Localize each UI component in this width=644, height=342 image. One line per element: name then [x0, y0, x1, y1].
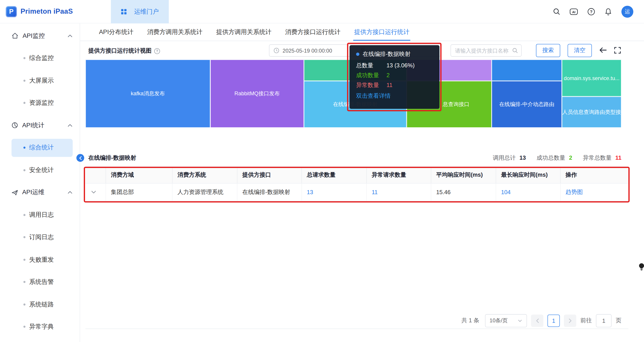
sidebar-item-label: 订阅日志 [29, 233, 54, 241]
tooltip-detail-link[interactable]: 双击查看详情 [356, 92, 433, 100]
sidebar-item-security-stats[interactable]: 安全统计 [0, 159, 80, 182]
tooltip-total-row: 总数量13 (3.06%) [356, 62, 433, 69]
search-icon[interactable] [552, 8, 561, 16]
sidebar-item-label: 系统链路 [29, 300, 54, 308]
tooltip-success-row: 成功数量2 [356, 72, 433, 79]
sidebar-item-label: 系统告警 [29, 278, 54, 286]
treemap-block-kafka[interactable]: kafka消息发布 [86, 60, 210, 128]
table-header-consumer-domain: 消费方域 [106, 167, 172, 183]
table-header-max-response: 最长响应时间(ms) [496, 167, 560, 183]
page-size-select[interactable]: 10条/页 [485, 314, 527, 328]
cell-total-requests-link[interactable]: 13 [302, 184, 367, 201]
bullet-dot [24, 258, 26, 260]
bullet-dot [24, 326, 26, 328]
sidebar-item-system-alert[interactable]: 系统告警 [0, 271, 80, 293]
goto-label: 前往 [580, 317, 592, 324]
tab-consumer-api-run-stats[interactable]: 消费方接口运行统计 [285, 24, 341, 41]
search-button[interactable]: 搜索 [536, 44, 560, 57]
tab-consumer-call-relation-stats[interactable]: 消费方调用关系统计 [147, 24, 203, 41]
question-circle-icon[interactable]: ? [154, 48, 160, 54]
sidebar-item-big-screen[interactable]: 大屏展示 [0, 69, 80, 92]
sidebar-item-comprehensive-monitor[interactable]: 综合监控 [0, 47, 80, 69]
treemap-block-person-route[interactable]: 人员信息查询路由类型接 [562, 96, 622, 128]
sidebar-item-comprehensive-stats[interactable]: 综合统计 [0, 136, 80, 159]
brand-title: Primeton iPaaS [20, 8, 73, 16]
stats-table: 消费方域 消费方系统 提供方接口 总请求数量 异常请求数量 平均响应时间(ms)… [86, 166, 628, 201]
detail-title: 在线编排-数据映射 [88, 154, 136, 162]
pagination: 共 1 条 10条/页 1 前往 页 [462, 314, 622, 328]
panel-bottom-border [86, 328, 628, 329]
cell-avg-response: 15.46 [431, 184, 496, 201]
grid-icon [120, 8, 127, 15]
provider-search-input[interactable] [455, 48, 512, 54]
prev-page-button[interactable] [531, 314, 543, 327]
cell-error-requests-link[interactable]: 11 [367, 184, 431, 201]
stat-success-total: 成功总数量2 [537, 154, 572, 162]
sidebar-item-system-trace[interactable]: 系统链路 [0, 293, 80, 316]
sidebar-item-label: 安全统计 [29, 166, 54, 174]
help-icon[interactable]: ? [587, 8, 595, 16]
svg-text:AI: AI [572, 10, 576, 14]
sidebar-section-api-ops[interactable]: API运维 [0, 182, 80, 204]
page-number-1[interactable]: 1 [548, 314, 560, 327]
sidebar-section-api-monitor[interactable]: API监控 [0, 24, 80, 47]
treemap-block-dynamic-route[interactable]: 在线编排-中介动态路由 [492, 81, 562, 128]
date-start-value: 2025-05-19 00:00:00 [282, 48, 332, 54]
cell-trend-chart-link[interactable]: 趋势图 [560, 184, 628, 201]
chevron-up-icon [68, 124, 72, 127]
sidebar-item-fail-retry[interactable]: 失败重发 [0, 248, 80, 271]
chevron-down-icon[interactable] [91, 190, 96, 194]
pie-chart-icon [12, 122, 18, 128]
clock-icon [274, 48, 280, 54]
sidebar-item-call-log[interactable]: 调用日志 [0, 204, 80, 226]
ai-icon[interactable]: AI [570, 8, 578, 16]
cell-consumer-domain: 集团总部 [106, 184, 172, 201]
chevron-down-icon [518, 318, 522, 323]
table-header-provider-api: 提供方接口 [237, 167, 302, 183]
cell-max-response-link[interactable]: 104 [496, 184, 560, 201]
app-header: P Primeton iPaaS 运维门户 AI ? 运 [0, 0, 644, 24]
chart-tooltip: 在线编排-数据映射 总数量13 (3.06%) 成功数量2 异常数量11 双击查… [350, 45, 440, 109]
tooltip-title: 在线编排-数据映射 [362, 50, 410, 58]
search-icon [512, 48, 518, 54]
sidebar-section-label: API监控 [22, 32, 45, 40]
sidebar-item-subscribe-log[interactable]: 订阅日志 [0, 226, 80, 248]
app-root: P Primeton iPaaS 运维门户 AI ? 运 [0, 0, 644, 342]
sidebar-item-resource-monitor[interactable]: 资源监控 [0, 92, 80, 114]
table-header-avg-response: 平均响应时间(ms) [431, 167, 496, 183]
sidebar-section-api-stats[interactable]: API统计 [0, 114, 80, 136]
bullet-dot [24, 236, 26, 238]
tooltip-title-row: 在线编排-数据映射 [356, 50, 433, 58]
goto-page-input[interactable] [596, 314, 612, 328]
bullet-dot [24, 281, 26, 283]
chevron-up-icon [68, 191, 72, 194]
fullscreen-icon[interactable] [612, 45, 622, 55]
sidebar-item-exception-dict[interactable]: 异常字典 [0, 316, 80, 338]
stat-total-calls: 调用总计13 [493, 154, 526, 162]
next-page-button[interactable] [564, 314, 576, 327]
table-header-row: 消费方域 消费方系统 提供方接口 总请求数量 异常请求数量 平均响应时间(ms)… [86, 166, 628, 184]
table-header-expand [86, 167, 106, 183]
bullet-dot [24, 303, 26, 305]
tab-api-distribution-stats[interactable]: API分布统计 [99, 24, 134, 41]
collapse-panel-button[interactable] [76, 154, 84, 162]
bullet-dot [24, 102, 26, 104]
table-header-action: 操作 [560, 167, 628, 183]
logo: P Primeton iPaaS [0, 6, 73, 17]
svg-text:?: ? [590, 9, 592, 14]
treemap-block-domain-service[interactable]: domain.sys.service.tu... [562, 60, 622, 96]
treemap-block-blue-top[interactable] [492, 60, 562, 81]
lightbulb-icon[interactable] [638, 263, 644, 272]
clear-button[interactable]: 清空 [568, 44, 592, 57]
bullet-dot [24, 80, 26, 82]
back-arrow-icon[interactable] [598, 45, 608, 55]
tab-provider-call-relation-stats[interactable]: 提供方调用关系统计 [216, 24, 272, 41]
treemap-block-rabbitmq[interactable]: RabbitMQ接口发布 [210, 60, 304, 128]
series-dot [356, 52, 360, 56]
portal-tab[interactable]: 运维门户 [111, 0, 169, 23]
tab-provider-api-run-stats[interactable]: 提供方接口运行统计 [354, 24, 410, 41]
sidebar-section-label: API统计 [22, 122, 44, 129]
avatar[interactable]: 运 [622, 6, 633, 18]
bell-icon[interactable] [604, 8, 612, 16]
table-header-error-requests: 异常请求数量 [367, 167, 431, 183]
